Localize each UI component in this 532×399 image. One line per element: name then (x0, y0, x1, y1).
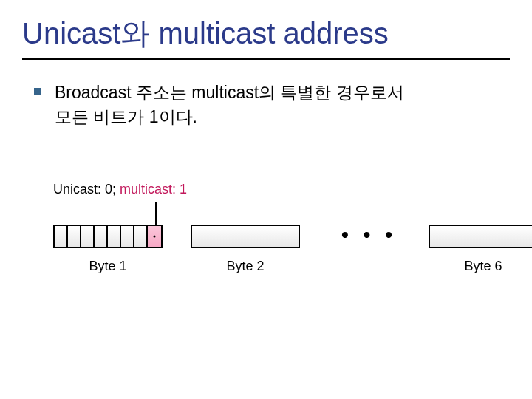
multicast-bit-cell (148, 226, 161, 247)
byte-6-box (429, 225, 532, 248)
slide-title: Unicast와 multicast address (22, 13, 510, 54)
byte-2-box (191, 225, 300, 248)
unicast-label-text: Unicast: 0; (53, 182, 120, 197)
byte-2-caption: Byte 2 (191, 259, 300, 274)
bit-cell (134, 226, 148, 247)
bit-cell (55, 226, 68, 247)
bullet-item: Broadcast 주소는 multicast의 특별한 경우로서 모든 비트가… (34, 81, 510, 130)
bullet-line-2: 모든 비트가 1이다. (55, 107, 197, 126)
byte-2-group: Byte 2 (191, 225, 300, 274)
bit-cell (108, 226, 121, 247)
byte-1-group: Byte 1 (53, 225, 163, 274)
bit-cell (81, 226, 95, 247)
byte-1-box (53, 225, 163, 248)
byte-6-caption: Byte 6 (429, 259, 532, 274)
bit-cell (121, 226, 134, 247)
address-diagram: Unicast: 0; multicast: 1 Byte 1 Byte 2 •… (30, 182, 532, 300)
byte-6-group: Byte 6 (429, 225, 532, 274)
bullet-line-1: Broadcast 주소는 multicast의 특별한 경우로서 (55, 83, 404, 102)
pointer-line (155, 202, 157, 225)
bit-meaning-label: Unicast: 0; multicast: 1 (53, 182, 187, 197)
bit-cell (68, 226, 81, 247)
ellipsis: • • • (341, 223, 397, 247)
bullet-icon (34, 88, 41, 95)
byte-1-caption: Byte 1 (53, 259, 163, 274)
bit-cell (95, 226, 108, 247)
multicast-label-text: multicast: 1 (120, 182, 187, 197)
bullet-text: Broadcast 주소는 multicast의 특별한 경우로서 모든 비트가… (55, 81, 404, 130)
slide: Unicast와 multicast address Broadcast 주소는… (0, 0, 532, 399)
title-underline (22, 58, 510, 60)
